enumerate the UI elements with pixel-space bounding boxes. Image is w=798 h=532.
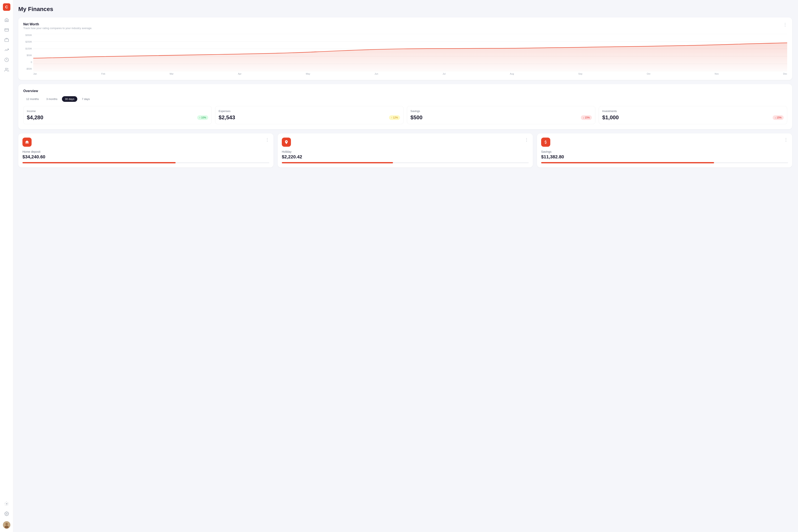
goal-home-menu[interactable]: ⋮ xyxy=(265,137,269,142)
y-tick-350k: $350K xyxy=(23,34,33,36)
goal-holiday-progress-bar xyxy=(282,162,529,163)
y-tick-neg50k: -$50K xyxy=(23,68,33,70)
sidebar-item-user[interactable] xyxy=(2,66,11,74)
goal-savings-menu[interactable]: ⋮ xyxy=(784,137,788,142)
metric-savings-badge: ↓ 15% xyxy=(581,115,592,120)
x-label-oct: Oct xyxy=(647,73,650,75)
tab-30-days[interactable]: 30 days xyxy=(62,96,77,102)
metric-savings-value: $500 xyxy=(411,114,422,121)
metric-expenses-badge: ↑ 12% xyxy=(389,115,400,120)
x-label-jul: Jul xyxy=(443,73,445,75)
goal-savings: ⋮ Savings $11,382.80 xyxy=(537,133,792,168)
overview-tabs: 12 months 3 months 30 days 7 days xyxy=(23,96,787,102)
x-label-may: May xyxy=(306,73,310,75)
overview-title: Overview xyxy=(23,89,787,93)
x-label-mar: Mar xyxy=(170,73,173,75)
metric-expenses-value: $2,543 xyxy=(218,114,235,121)
main-content: My Finances Net Worth Track how your rat… xyxy=(13,0,798,532)
goal-home-progress-bar xyxy=(22,162,269,163)
metric-investments: Investments $1,000 ↓ 15% xyxy=(599,106,787,124)
tab-7-days[interactable]: 7 days xyxy=(79,96,93,102)
metric-savings-label: Savings xyxy=(411,110,592,113)
sidebar-item-cards[interactable] xyxy=(2,26,11,34)
chart-x-labels: Jan Feb Mar Apr May Jun Jul Aug Sep Oct … xyxy=(33,73,787,75)
sidebar-item-shield[interactable] xyxy=(2,499,11,508)
overview-card: Overview 12 months 3 months 30 days 7 da… xyxy=(18,84,792,129)
net-worth-menu-button[interactable]: ⋮ xyxy=(783,22,787,26)
goal-savings-header: ⋮ xyxy=(541,137,788,147)
tab-3-months[interactable]: 3 months xyxy=(43,96,60,102)
svg-rect-0 xyxy=(4,29,8,31)
metric-income: Income $4,280 ↑ 10% xyxy=(23,106,212,124)
sidebar-item-trends[interactable] xyxy=(2,46,11,54)
x-label-dec: Dec xyxy=(783,73,787,75)
goal-savings-progress-bar xyxy=(541,162,788,163)
goal-savings-icon xyxy=(541,137,550,147)
metric-investments-badge: ↓ 15% xyxy=(773,115,784,120)
user-avatar[interactable] xyxy=(3,521,11,529)
sidebar-item-home[interactable] xyxy=(2,16,11,24)
x-label-jan: Jan xyxy=(33,73,37,75)
net-worth-card: Net Worth Track how your rating compares… xyxy=(18,17,792,80)
metric-income-value: $4,280 xyxy=(27,114,43,121)
goal-holiday-icon xyxy=(282,137,291,147)
goal-home-deposit-header: ⋮ xyxy=(22,137,269,147)
x-label-apr: Apr xyxy=(238,73,242,75)
metric-savings: Savings $500 ↓ 15% xyxy=(407,106,595,124)
goal-holiday-amount: $2,220.42 xyxy=(282,154,529,159)
sidebar-item-settings[interactable] xyxy=(2,510,11,518)
goal-home-name: Home deposit xyxy=(22,150,269,153)
svg-point-8 xyxy=(4,526,9,529)
goal-home-icon xyxy=(22,137,32,147)
net-worth-chart-svg xyxy=(33,34,787,71)
x-label-jun: Jun xyxy=(375,73,378,75)
y-tick-50k: $50K xyxy=(23,54,33,57)
sidebar: C xyxy=(0,0,13,532)
net-worth-title: Net Worth xyxy=(23,22,92,26)
goal-holiday-menu[interactable]: ⋮ xyxy=(525,137,529,142)
goal-home-amount: $34,240.60 xyxy=(22,154,269,159)
page-title: My Finances xyxy=(18,6,792,13)
svg-point-3 xyxy=(5,68,7,70)
chart-area: Jan Feb Mar Apr May Jun Jul Aug Sep Oct … xyxy=(33,34,787,75)
net-worth-chart-wrapper: $350K $250K $150K $50K 0 -$50K xyxy=(23,34,787,75)
sidebar-item-briefcase[interactable] xyxy=(2,36,11,44)
metric-investments-row: $1,000 ↓ 15% xyxy=(602,114,784,121)
y-tick-0: 0 xyxy=(23,61,33,63)
goal-savings-amount: $11,382.80 xyxy=(541,154,788,159)
svg-point-7 xyxy=(5,523,8,525)
metric-income-label: Income xyxy=(27,110,208,113)
goal-home-progress-fill xyxy=(22,162,176,163)
goal-home-deposit: ⋮ Home deposit $34,240.60 xyxy=(18,133,273,168)
svg-point-5 xyxy=(6,513,7,514)
svg-point-4 xyxy=(6,503,7,505)
goal-holiday-header: ⋮ xyxy=(282,137,529,147)
net-worth-subtitle: Track how your rating compares to your i… xyxy=(23,26,92,30)
svg-rect-1 xyxy=(4,39,8,42)
metric-investments-value: $1,000 xyxy=(602,114,619,121)
y-tick-250k: $250K xyxy=(23,40,33,43)
metric-expenses: Expenses $2,543 ↑ 12% xyxy=(215,106,403,124)
x-label-aug: Aug xyxy=(510,73,514,75)
net-worth-header: Net Worth Track how your rating compares… xyxy=(23,22,787,33)
metric-income-badge: ↑ 10% xyxy=(197,115,208,120)
metric-investments-label: Investments xyxy=(602,110,784,113)
goal-savings-name: Savings xyxy=(541,150,788,153)
metric-savings-row: $500 ↓ 15% xyxy=(411,114,592,121)
x-label-nov: Nov xyxy=(715,73,719,75)
metric-expenses-row: $2,543 ↑ 12% xyxy=(218,114,400,121)
goal-holiday-progress-fill xyxy=(282,162,393,163)
y-tick-150k: $150K xyxy=(23,48,33,50)
sidebar-item-history[interactable] xyxy=(2,56,11,64)
x-label-feb: Feb xyxy=(101,73,105,75)
chart-y-axis: $350K $250K $150K $50K 0 -$50K xyxy=(23,34,33,75)
tab-12-months[interactable]: 12 months xyxy=(23,96,42,102)
goal-holiday-name: Holiday xyxy=(282,150,529,153)
app-logo[interactable]: C xyxy=(3,3,11,11)
goal-savings-progress-fill xyxy=(541,162,714,163)
metric-income-row: $4,280 ↑ 10% xyxy=(27,114,208,121)
goals-grid: ⋮ Home deposit $34,240.60 ⋮ Holiday $2,2… xyxy=(18,133,792,168)
overview-metrics-grid: Income $4,280 ↑ 10% Expenses $2,543 ↑ 12… xyxy=(23,106,787,124)
metric-expenses-label: Expenses xyxy=(218,110,400,113)
goal-holiday: ⋮ Holiday $2,220.42 xyxy=(278,133,533,168)
